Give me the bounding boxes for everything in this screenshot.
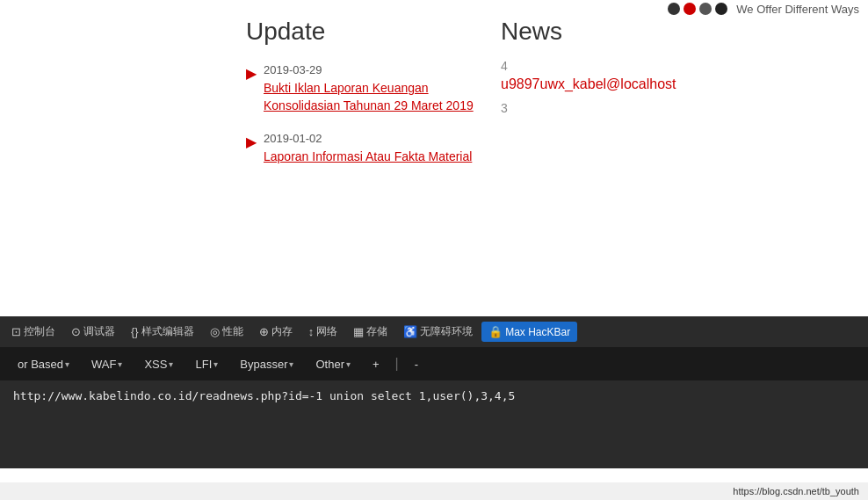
- menu-divider: |: [393, 356, 401, 372]
- update-date-1: 2019-03-29: [264, 63, 474, 76]
- dot-3: [699, 3, 712, 15]
- news-number-1: 4: [501, 59, 850, 73]
- update-item-2: ▶ 2019-01-02 Laporan Informasi Atau Fakt…: [246, 132, 474, 166]
- devtool-storage[interactable]: ▦ 存储: [346, 321, 394, 343]
- update-item-2-content: 2019-01-02 Laporan Informasi Atau Fakta …: [264, 132, 472, 166]
- menu-bypasser-label: Bypasser: [240, 358, 287, 371]
- dots-container: [668, 3, 727, 15]
- network-icon: ↕: [308, 325, 315, 338]
- menu-waf[interactable]: WAF ▾: [83, 352, 131, 376]
- devtool-performance-label: 性能: [222, 324, 243, 339]
- storage-icon: ▦: [353, 325, 364, 338]
- left-panel: [0, 0, 237, 325]
- menu-waf-label: WAF: [91, 358, 116, 371]
- devtool-hackbar[interactable]: 🔒 Max HacKBar: [481, 322, 577, 342]
- menu-other-label: Other: [315, 358, 344, 371]
- menu-minus[interactable]: -: [406, 352, 427, 376]
- dot-2: [684, 3, 696, 15]
- arrow-icon-1: ▶: [246, 65, 257, 82]
- menu-minus-label: -: [415, 358, 418, 371]
- devtool-performance[interactable]: ◎ 性能: [203, 321, 250, 343]
- devtool-debugger-label: 调试器: [83, 324, 115, 339]
- hackbar-menu: or Based ▾ WAF ▾ XSS ▾ LFI ▾ Bypasser ▾ …: [0, 347, 868, 380]
- update-link-2[interactable]: Laporan Informasi Atau Fakta Material: [264, 149, 472, 163]
- devtool-style-editor[interactable]: {} 样式编辑器: [124, 321, 201, 343]
- menu-plus[interactable]: +: [364, 352, 388, 376]
- console-icon: ⊡: [11, 325, 21, 338]
- devtool-accessibility-label: 无障碍环境: [420, 324, 473, 339]
- menu-based-label: or Based: [18, 358, 63, 371]
- devtool-memory[interactable]: ⊕ 内存: [252, 321, 300, 343]
- devtool-storage-label: 存储: [366, 324, 387, 339]
- update-item-1: ▶ 2019-03-29 Bukti Iklan Laporan Keuanga…: [246, 63, 474, 114]
- update-link-1[interactable]: Bukti Iklan Laporan Keuangan Konsolidasi…: [264, 81, 474, 112]
- news-title: News: [501, 18, 850, 46]
- performance-icon: ◎: [210, 325, 220, 338]
- xss-caret-icon: ▾: [169, 359, 173, 369]
- devtool-console-label: 控制台: [24, 324, 55, 339]
- dot-4: [715, 3, 727, 15]
- menu-xss[interactable]: XSS ▾: [135, 352, 182, 376]
- devtool-hackbar-label: Max HacKBar: [505, 326, 570, 338]
- accessibility-icon: ♿: [403, 325, 417, 338]
- devtool-network[interactable]: ↕ 网络: [301, 321, 345, 343]
- top-right-area: We Offer Different Ways: [481, 0, 868, 18]
- based-caret-icon: ▾: [65, 359, 69, 369]
- update-date-2: 2019-01-02: [264, 132, 472, 145]
- waf-caret-icon: ▾: [118, 359, 122, 369]
- menu-bypasser[interactable]: Bypasser ▾: [231, 352, 302, 376]
- news-email[interactable]: u9897uwx_kabel@localhost: [501, 76, 850, 92]
- menu-lfi[interactable]: LFI ▾: [186, 352, 227, 376]
- update-panel: Update ▶ 2019-03-29 Bukti Iklan Laporan …: [237, 0, 483, 325]
- menu-plus-label: +: [373, 358, 380, 371]
- status-bar: https://blog.csdn.net/tb_youth: [0, 482, 868, 500]
- menu-xss-label: XSS: [144, 358, 167, 371]
- devtool-accessibility[interactable]: ♿ 无障碍环境: [396, 321, 480, 343]
- menu-lfi-label: LFI: [195, 358, 212, 371]
- offer-text: We Offer Different Ways: [736, 3, 859, 16]
- other-caret-icon: ▾: [346, 359, 351, 369]
- devtool-style-label: 样式编辑器: [141, 324, 194, 339]
- style-icon: {}: [131, 325, 139, 338]
- status-url: https://blog.csdn.net/tb_youth: [733, 486, 859, 496]
- bypasser-caret-icon: ▾: [289, 359, 293, 369]
- hackbar-icon: 🔒: [488, 325, 503, 338]
- arrow-icon-2: ▶: [246, 134, 257, 150]
- lfi-caret-icon: ▾: [213, 359, 218, 369]
- menu-based[interactable]: or Based ▾: [9, 352, 78, 376]
- devtool-memory-label: 内存: [271, 324, 293, 339]
- url-text[interactable]: http://www.kabelindo.co.id/readnews.php?…: [13, 389, 855, 402]
- memory-icon: ⊕: [259, 325, 269, 338]
- url-area: http://www.kabelindo.co.id/readnews.php?…: [0, 380, 868, 468]
- news-number-2: 3: [501, 101, 850, 115]
- dot-1: [668, 3, 680, 15]
- update-item-1-content: 2019-03-29 Bukti Iklan Laporan Keuangan …: [264, 63, 474, 114]
- debugger-icon: ⊙: [71, 325, 81, 338]
- news-panel: News 4 u9897uwx_kabel@localhost 3: [483, 0, 868, 325]
- devtool-console[interactable]: ⊡ 控制台: [4, 321, 62, 343]
- update-title: Update: [246, 18, 474, 46]
- devtools-bar: ⊡ 控制台 ⊙ 调试器 {} 样式编辑器 ◎ 性能 ⊕ 内存 ↕ 网络 ▦ 存储…: [0, 316, 868, 347]
- devtool-debugger[interactable]: ⊙ 调试器: [64, 321, 122, 343]
- devtool-network-label: 网络: [316, 324, 337, 339]
- menu-other[interactable]: Other ▾: [307, 352, 359, 376]
